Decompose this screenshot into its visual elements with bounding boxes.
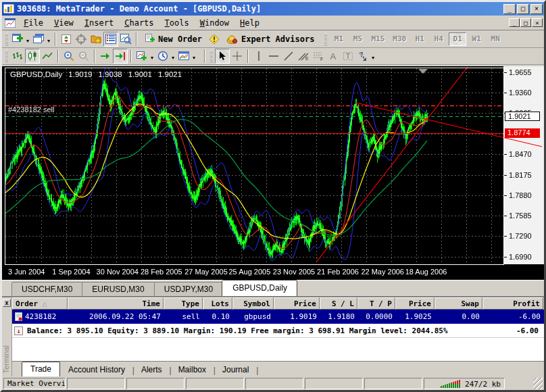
terminal-tab-trade[interactable]: Trade bbox=[22, 362, 60, 376]
mdi-minimize-button[interactable]: _ bbox=[509, 18, 520, 27]
toolbar-drag-handle[interactable] bbox=[210, 50, 213, 62]
menu-item-insert[interactable]: Insert bbox=[79, 16, 119, 30]
cursor-button[interactable] bbox=[215, 49, 230, 64]
minimize-button[interactable]: _ bbox=[503, 4, 516, 14]
column-header-time[interactable]: Time bbox=[68, 297, 164, 310]
data-window-icon bbox=[76, 34, 86, 45]
toolbar-drag-handle[interactable] bbox=[5, 50, 8, 62]
menu-item-charts[interactable]: Charts bbox=[119, 16, 159, 30]
toolbar-drag-handle[interactable] bbox=[5, 33, 8, 45]
metatrader-window: 303688: MetaTrader - Demo Account - [GBP… bbox=[0, 0, 546, 392]
arrows-button[interactable]: ▾ bbox=[355, 49, 370, 64]
timeframe-button-m1[interactable]: M1 bbox=[330, 32, 347, 46]
price-tick-label: 1.7290 bbox=[509, 232, 541, 240]
fibonacci-button[interactable]: F bbox=[311, 49, 326, 64]
column-header-lots[interactable]: Lots bbox=[203, 297, 232, 310]
column-header-swap[interactable]: Swap bbox=[435, 297, 482, 310]
terminal-main: Order △TimeTypeLotsSymbolPriceS / LT / P… bbox=[12, 297, 544, 376]
balance-arrow-icon: ↓ bbox=[14, 326, 23, 335]
svg-text:A: A bbox=[330, 51, 337, 61]
resize-grip[interactable] bbox=[533, 378, 543, 389]
candlestick-button[interactable] bbox=[25, 49, 40, 64]
bar-chart-button[interactable] bbox=[10, 49, 25, 64]
horizontal-line-button[interactable] bbox=[266, 49, 281, 64]
chart-tab-usdchf-m30[interactable]: USDCHF,M30 bbox=[11, 282, 82, 296]
menu-item-view[interactable]: View bbox=[49, 16, 79, 30]
standard-toolbar: ▾ ▾ bbox=[2, 30, 544, 48]
toolbar-separator bbox=[130, 49, 132, 63]
menu-item-help[interactable]: Help bbox=[234, 16, 265, 30]
balance-row: ↓ Balance: 3 895.10 Equity: 3 889.10 Mar… bbox=[12, 324, 544, 338]
tab-separator: | bbox=[256, 366, 258, 375]
timeframe-button-mn[interactable]: MN bbox=[487, 32, 504, 46]
column-header-profit[interactable]: Profit bbox=[482, 297, 543, 310]
strategy-tester-button[interactable] bbox=[118, 32, 133, 47]
new-order-button[interactable]: New Order bbox=[140, 32, 207, 47]
close-button[interactable]: × bbox=[530, 4, 543, 14]
date-tick-label: 25 Aug 2005 bbox=[229, 268, 271, 276]
chart-tab-gbpusd-daily[interactable]: GBPUSD,Daily bbox=[222, 280, 297, 296]
column-header-symbol[interactable]: Symbol bbox=[232, 297, 274, 310]
column-header-s-l[interactable]: S / L bbox=[320, 297, 357, 310]
chart-canvas[interactable] bbox=[2, 66, 544, 280]
auto-scroll-button[interactable] bbox=[98, 49, 113, 64]
date-tick-label: 28 Feb 2005 bbox=[141, 268, 182, 276]
chart-shift-button[interactable] bbox=[113, 49, 128, 64]
mdi-restore-button[interactable]: □ bbox=[520, 18, 531, 27]
dropdown-caret-icon: ▾ bbox=[172, 55, 174, 61]
menu-item-window[interactable]: Window bbox=[195, 16, 234, 30]
toolbar-drag-handle[interactable] bbox=[324, 33, 327, 45]
trendline-icon bbox=[284, 51, 293, 61]
column-header-order[interactable]: Order △ bbox=[12, 297, 68, 310]
status-traffic-cell: 247/2 kb bbox=[424, 378, 505, 389]
terminal-panel: x Terminal Order △TimeTypeLotsSymbolPric… bbox=[2, 296, 544, 376]
profiles-button[interactable]: ▾ bbox=[31, 32, 46, 47]
trendline-button[interactable] bbox=[281, 49, 296, 64]
status-left-cell: Market Overview bbox=[3, 378, 66, 389]
text-label-button[interactable]: T bbox=[341, 49, 355, 64]
menu-item-file[interactable]: File bbox=[18, 16, 49, 30]
templates-button[interactable]: ▾ bbox=[176, 49, 191, 64]
timeframe-button-w1[interactable]: W1 bbox=[468, 32, 485, 46]
data-window-button[interactable] bbox=[74, 32, 89, 47]
column-header-type[interactable]: Type bbox=[164, 297, 203, 310]
crosshair-button[interactable] bbox=[230, 49, 245, 64]
navigator-button[interactable] bbox=[89, 32, 103, 47]
column-header-price[interactable]: Price bbox=[395, 297, 435, 310]
zoom-out-button[interactable] bbox=[76, 49, 91, 64]
timeframe-button-m30[interactable]: M30 bbox=[389, 32, 410, 46]
terminal-button[interactable] bbox=[103, 32, 118, 47]
metaeditor-button[interactable] bbox=[207, 32, 222, 47]
maximize-button[interactable]: □ bbox=[517, 4, 529, 14]
terminal-tab-mailbox[interactable]: Mailbox| bbox=[170, 363, 214, 376]
timeframe-button-d1[interactable]: D1 bbox=[449, 32, 466, 46]
text-button[interactable]: A bbox=[326, 49, 341, 64]
line-chart-button[interactable] bbox=[40, 49, 55, 64]
expert-advisors-button[interactable]: Expert Advisors bbox=[222, 32, 319, 47]
status-cell bbox=[186, 378, 244, 389]
order-row[interactable]: 42381822006.09.22 05:47sell0.10gbpusd1.9… bbox=[12, 310, 544, 324]
chart-tab-eurusd-m30[interactable]: EURUSD,M30 bbox=[82, 282, 154, 296]
timeframe-button-m5[interactable]: M5 bbox=[349, 32, 366, 46]
terminal-tab-journal[interactable]: Journal| bbox=[214, 363, 257, 376]
menu-item-tools[interactable]: Tools bbox=[159, 16, 195, 30]
terminal-close-button[interactable]: x bbox=[3, 299, 11, 307]
channel-button[interactable]: E bbox=[296, 49, 311, 64]
terminal-tab-alerts[interactable]: Alerts| bbox=[133, 363, 170, 376]
terminal-tab-account-history[interactable]: Account History| bbox=[60, 363, 133, 376]
vertical-line-button[interactable] bbox=[251, 49, 266, 64]
mdi-close-button[interactable]: × bbox=[532, 18, 543, 27]
column-header-price[interactable]: Price bbox=[274, 297, 320, 310]
indicators-button[interactable]: ▾ bbox=[134, 49, 149, 64]
column-header-t-p[interactable]: T / P bbox=[357, 297, 395, 310]
new-chart-button[interactable]: ▾ bbox=[10, 32, 25, 47]
periods-button[interactable]: ▾ bbox=[155, 49, 170, 64]
zoom-in-button[interactable] bbox=[61, 49, 76, 64]
chart-tab-usdjpy-m30[interactable]: USDJPY,M30 bbox=[154, 282, 223, 296]
date-tick-label: 27 May 2005 bbox=[184, 268, 228, 276]
market-watch-button[interactable] bbox=[59, 32, 74, 47]
timeframe-button-h1[interactable]: H1 bbox=[411, 32, 428, 46]
arrows-icon bbox=[357, 51, 368, 62]
timeframe-button-m15[interactable]: M15 bbox=[368, 32, 388, 46]
timeframe-button-h4[interactable]: H4 bbox=[430, 32, 447, 46]
